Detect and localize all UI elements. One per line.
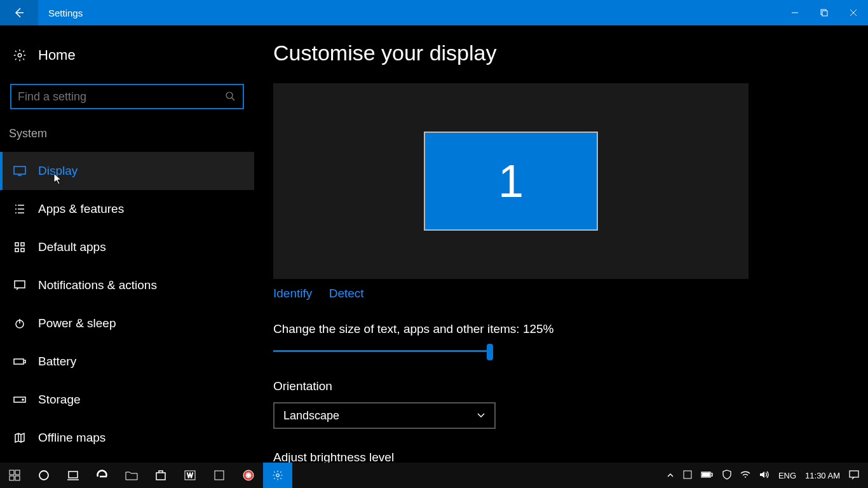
sidebar: Home System Display Apps & features Defa… (0, 25, 254, 463)
circle-icon (38, 470, 50, 481)
svg-rect-17 (15, 476, 20, 480)
identify-link[interactable]: Identify (273, 287, 312, 300)
taskbar-edge[interactable] (88, 463, 117, 488)
taskbar: W ENG 11:30 AM (0, 463, 868, 488)
slider-thumb[interactable] (487, 344, 493, 360)
monitor-tile[interactable]: 1 (424, 132, 598, 231)
storage-icon (13, 393, 27, 407)
svg-point-18 (39, 471, 48, 480)
detect-link[interactable]: Detect (329, 287, 364, 300)
sidebar-item-display[interactable]: Display (0, 152, 254, 190)
svg-rect-20 (156, 473, 165, 480)
sidebar-item-label: Default apps (38, 240, 106, 254)
brightness-label: Adjust brightness level (273, 451, 868, 463)
svg-rect-1 (822, 11, 827, 16)
window-title: Settings (38, 8, 83, 18)
tray-chevron[interactable] (667, 471, 674, 480)
search-icon (225, 91, 236, 102)
notification-icon (849, 470, 859, 480)
svg-text:W: W (187, 472, 193, 479)
svg-rect-7 (15, 248, 18, 252)
slider-track (273, 350, 489, 352)
svg-rect-30 (702, 473, 710, 477)
taskbar-app[interactable] (205, 463, 234, 488)
cortana-button[interactable] (29, 463, 58, 488)
tray-app-icon[interactable] (683, 470, 692, 481)
list-icon (13, 202, 27, 216)
sidebar-item-notifications[interactable]: Notifications & actions (0, 266, 254, 304)
main-panel: Customise your display 1 Identify Detect… (254, 25, 868, 463)
svg-rect-11 (14, 359, 24, 364)
sidebar-home[interactable]: Home (0, 43, 254, 67)
edge-icon (96, 469, 109, 482)
tray-security[interactable] (722, 470, 731, 482)
taskbar-settings[interactable] (263, 463, 292, 488)
folder-icon (125, 470, 138, 480)
maximize-button[interactable] (810, 0, 839, 25)
search-input[interactable] (18, 90, 225, 104)
battery-icon (701, 471, 714, 478)
sidebar-item-power[interactable]: Power & sleep (0, 304, 254, 342)
tray-battery[interactable] (701, 471, 714, 480)
wifi-icon (740, 470, 750, 479)
minimize-icon (791, 9, 799, 17)
svg-rect-19 (69, 471, 78, 478)
store-icon (155, 470, 166, 481)
page-title: Customise your display (273, 41, 868, 65)
sidebar-item-label: Notifications & actions (38, 278, 157, 292)
scale-slider[interactable] (273, 345, 496, 358)
tray-clock[interactable]: 11:30 AM (805, 471, 840, 480)
power-icon (13, 316, 27, 330)
sidebar-item-apps[interactable]: Apps & features (0, 190, 254, 228)
sidebar-item-maps[interactable]: Offline maps (0, 419, 254, 457)
sidebar-category: System (0, 127, 254, 152)
sidebar-item-label: Offline maps (38, 431, 105, 445)
sidebar-item-default-apps[interactable]: Default apps (0, 228, 254, 266)
taskbar-explorer[interactable] (117, 463, 146, 488)
sidebar-item-storage[interactable]: Storage (0, 381, 254, 419)
sidebar-item-label: Display (38, 164, 78, 178)
tray-volume[interactable] (759, 470, 770, 481)
titlebar: Settings (0, 0, 868, 25)
sidebar-item-label: Battery (38, 355, 76, 369)
svg-rect-14 (10, 470, 14, 475)
tray-language[interactable]: ENG (778, 471, 796, 480)
sidebar-item-label: Storage (38, 393, 81, 407)
start-button[interactable] (0, 463, 29, 488)
shield-icon (722, 470, 731, 480)
gear-icon (272, 470, 283, 481)
svg-rect-5 (15, 243, 18, 246)
close-icon (850, 9, 857, 17)
message-icon (13, 278, 27, 292)
close-button[interactable] (839, 0, 868, 25)
taskview-button[interactable] (58, 463, 88, 488)
display-preview[interactable]: 1 (273, 83, 749, 279)
tray-wifi[interactable] (740, 470, 750, 481)
taskbar-store[interactable] (146, 463, 175, 488)
arrow-left-icon (13, 6, 25, 19)
svg-rect-6 (21, 243, 24, 246)
svg-rect-4 (14, 166, 25, 174)
sidebar-item-label: Apps & features (38, 202, 124, 216)
orientation-label: Orientation (273, 379, 868, 393)
svg-rect-9 (15, 281, 25, 288)
taskbar-chrome[interactable] (234, 463, 263, 488)
taskbar-word[interactable]: W (175, 463, 205, 488)
svg-rect-28 (684, 471, 691, 478)
svg-point-2 (18, 53, 22, 57)
tray-action-center[interactable] (849, 470, 859, 482)
system-tray: ENG 11:30 AM (667, 470, 868, 482)
minimize-button[interactable] (780, 0, 810, 25)
svg-rect-16 (10, 476, 14, 480)
map-icon (13, 431, 27, 445)
search-input-wrap[interactable] (10, 84, 244, 109)
battery-icon (13, 355, 27, 369)
sidebar-item-battery[interactable]: Battery (0, 342, 254, 381)
chevron-down-icon (477, 412, 485, 419)
grid-icon (13, 240, 27, 254)
svg-rect-8 (21, 248, 24, 252)
word-icon: W (184, 470, 196, 481)
back-button[interactable] (0, 0, 38, 25)
windows-icon (9, 470, 20, 481)
orientation-dropdown[interactable]: Landscape (273, 402, 496, 429)
